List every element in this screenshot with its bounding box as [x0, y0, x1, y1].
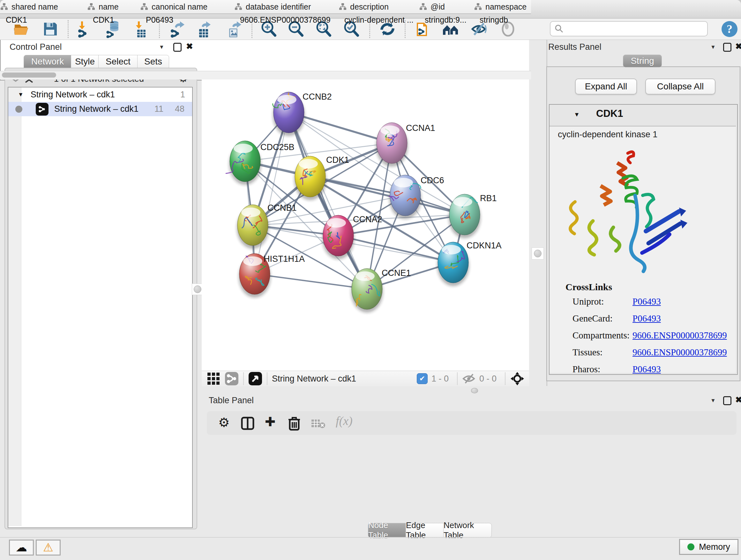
network-node-hist1h1a[interactable]: HIST1H1A	[239, 253, 305, 298]
panel-menu-icon[interactable]: ▼	[711, 44, 716, 51]
clear-table-icon-disabled	[311, 418, 326, 429]
tab-style[interactable]: Style	[71, 55, 99, 68]
warnings-button[interactable]: ⚠	[36, 540, 61, 556]
network-node-cdkn1a[interactable]: CDKN1A	[437, 241, 502, 286]
tab-edge-table[interactable]: Edge Table	[406, 523, 444, 538]
tab-network-table[interactable]: Network Table	[443, 523, 492, 538]
table-panel-title: Table Panel	[209, 395, 254, 406]
expand-all-button[interactable]: Expand All	[575, 78, 637, 95]
tab-node-table[interactable]: Node Table	[368, 523, 406, 538]
crosslinks-title: CrossLinks	[565, 282, 612, 293]
fit-content-crosshair-icon[interactable]	[510, 371, 525, 386]
node-label: CDK1	[326, 155, 349, 165]
close-panel-button[interactable]: ✖	[186, 42, 193, 51]
selected-checkbox-icon[interactable]: ✔	[417, 373, 428, 384]
crosslink-label: GeneCard:	[572, 313, 613, 323]
node-count: 11	[154, 104, 163, 114]
table-cell[interactable]: 9606.ENSP00000378699	[234, 13, 339, 26]
crosslink-link[interactable]: P06493	[632, 313, 661, 324]
memory-status-button[interactable]: Memory	[679, 539, 738, 555]
panel-menu-icon[interactable]: ▼	[711, 397, 716, 404]
open-in-new-window-icon[interactable]	[248, 372, 262, 386]
collapse-all-button[interactable]: Collapse All	[645, 78, 716, 95]
table-cell[interactable]: cyclin-dependent ...	[339, 13, 419, 26]
column-header: canonical name	[140, 0, 235, 14]
network-node-ccnb2[interactable]: CCNB2	[273, 92, 332, 136]
network-node-ccnb1[interactable]: CCNB1	[237, 203, 297, 249]
close-panel-button[interactable]: ✖	[735, 42, 741, 51]
help-button[interactable]: ?	[721, 20, 738, 38]
show-columns-icon[interactable]	[241, 416, 255, 430]
results-panel: Results Panel ▼ ✖ String Expand All Coll…	[544, 40, 741, 393]
table-cell[interactable]: P06493	[140, 13, 234, 26]
tab-string[interactable]: String	[623, 55, 662, 67]
network-view-canvas[interactable]: CCNB2CCNA1CDC25BCDK1CDC6RB1CCNB1CCNA2CDK…	[202, 40, 529, 371]
tab-select[interactable]: Select	[98, 55, 138, 68]
column-header: name	[87, 0, 141, 14]
network-node-cdk1[interactable]: CDK1	[294, 155, 349, 200]
network-row-selected[interactable]: String Network – cdk1 11 48	[8, 102, 192, 116]
search-icon	[554, 24, 564, 34]
horizontal-splitter-handle[interactable]	[471, 388, 478, 393]
close-panel-button[interactable]: ✖	[735, 395, 741, 405]
splitter-handle[interactable]	[534, 250, 542, 257]
selected-node-edge-counts: 1 - 0	[431, 374, 449, 384]
crosslink-label: Pharos:	[572, 364, 600, 374]
crosslink-link[interactable]: 9606.ENSP00000378699	[632, 347, 727, 358]
collection-name: String Network – cdk1	[30, 90, 115, 100]
tab-sets[interactable]: Sets	[137, 55, 169, 68]
horizontal-scrollbar[interactable]	[0, 71, 531, 79]
node-label: CCNA1	[406, 123, 435, 133]
hidden-eye-icon[interactable]	[462, 373, 475, 384]
crosslink-label: Uniprot:	[572, 296, 604, 307]
node-label: CCNE1	[382, 268, 411, 278]
separator	[457, 372, 458, 385]
network-node-ccne1[interactable]: CCNE1	[351, 268, 411, 313]
crosslink-link[interactable]: P06493	[632, 364, 661, 374]
delete-column-trash-icon[interactable]	[287, 416, 301, 431]
table-cell[interactable]: stringdb	[474, 13, 531, 26]
crosslink-link[interactable]: 9606.ENSP00000378699	[632, 330, 727, 341]
search-input[interactable]	[550, 21, 708, 37]
table-cell[interactable]: stringdb:9...	[419, 13, 474, 26]
network-node-rb1[interactable]: RB1	[449, 193, 497, 238]
application-window: Session: New Session	[0, 0, 741, 560]
float-panel-button[interactable]	[723, 43, 731, 52]
disclosure-triangle-icon[interactable]: ▼	[18, 91, 23, 98]
float-panel-button[interactable]	[173, 43, 182, 52]
network-node-cdc25b[interactable]: CDC25B	[226, 141, 294, 185]
network-node-cdc6[interactable]: CDC6	[389, 175, 444, 219]
table-options-gear-icon[interactable]: ⚙	[218, 415, 230, 430]
cloud-icon: ☁	[16, 541, 27, 554]
section-disclosure-icon[interactable]: ▼	[574, 111, 580, 118]
column-type-icon	[419, 3, 427, 11]
node-label: HIST1H1A	[264, 254, 305, 264]
string-badge-icon[interactable]	[225, 372, 239, 386]
panel-menu-icon[interactable]: ▼	[159, 44, 164, 51]
tab-network[interactable]: Network	[23, 55, 71, 68]
node-label: CCNA2	[353, 214, 382, 224]
table-cell[interactable]: CDK1	[87, 13, 140, 26]
scrollbar-thumb[interactable]	[2, 72, 56, 78]
gene-section: ▼ CDK1 cyclin-dependent kinase 1	[549, 104, 738, 375]
column-header: database identifier	[234, 0, 339, 14]
splitter-handle[interactable]	[194, 286, 201, 293]
crosslink-link[interactable]: P06493	[632, 296, 661, 307]
table-cell[interactable]: CDK1	[0, 13, 87, 26]
column-type-icon	[87, 3, 95, 11]
network-graph[interactable]: CCNB2CCNA1CDC25BCDK1CDC6RB1CCNB1CCNA2CDK…	[202, 40, 529, 371]
crosslinks-list: Uniprot:P06493 GeneCard:P06493 Compartme…	[572, 296, 732, 381]
column-type-icon	[0, 3, 8, 11]
function-builder-icon-disabled: f(x)	[336, 414, 353, 428]
separator	[505, 372, 506, 385]
hidden-node-edge-counts: 0 - 0	[479, 374, 496, 384]
gene-details: cyclin-dependent kinase 1	[549, 126, 736, 373]
float-panel-button[interactable]	[723, 396, 731, 405]
network-node-ccna1[interactable]: CCNA1	[376, 123, 435, 167]
separator	[243, 372, 244, 385]
current-network-dot-icon	[15, 106, 22, 113]
network-collection-row[interactable]: ▼ String Network – cdk1 1	[8, 87, 192, 102]
birds-eye-view-icon[interactable]	[207, 372, 220, 385]
cloud-status-button[interactable]: ☁	[9, 540, 34, 556]
create-column-plus-icon[interactable]: ✚	[265, 415, 276, 429]
